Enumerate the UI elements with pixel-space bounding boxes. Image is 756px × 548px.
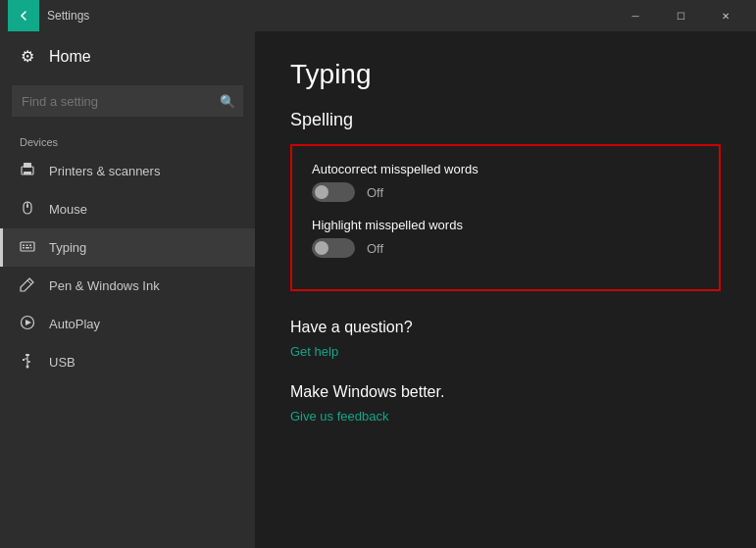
highlight-value: Off — [367, 241, 383, 256]
maximize-button[interactable]: ☐ — [658, 0, 703, 31]
autocorrect-toggle-thumb — [315, 185, 328, 199]
autocorrect-toggle-track[interactable] — [312, 182, 355, 202]
svg-rect-8 — [26, 245, 28, 247]
autoplay-icon — [20, 315, 35, 333]
svg-rect-1 — [24, 163, 31, 168]
svg-rect-10 — [23, 247, 25, 249]
svg-rect-16 — [25, 354, 29, 356]
window-controls: ─ ☐ ✕ — [613, 0, 748, 31]
highlight-label: Highlight misspelled words — [312, 218, 699, 232]
highlight-setting: Highlight misspelled words Off — [312, 218, 699, 258]
autocorrect-toggle[interactable] — [312, 182, 355, 202]
svg-rect-9 — [29, 245, 31, 247]
sidebar-item-pen[interactable]: Pen & Windows Ink — [0, 267, 255, 305]
typing-label: Typing — [49, 240, 86, 255]
pen-icon — [20, 276, 35, 295]
svg-marker-21 — [28, 361, 30, 363]
usb-icon — [20, 353, 35, 372]
main-layout: ⚙ Home 🔍 Devices Printers & scanners — [0, 31, 756, 548]
printers-label: Printers & scanners — [49, 164, 160, 178]
svg-rect-11 — [25, 247, 29, 249]
mouse-icon — [20, 200, 35, 219]
question-title: Have a question? — [290, 319, 721, 336]
typing-icon — [20, 238, 35, 257]
title-bar: Settings ─ ☐ ✕ — [0, 0, 756, 31]
sidebar-item-usb[interactable]: USB — [0, 343, 255, 381]
minimize-button[interactable]: ─ — [613, 0, 658, 31]
pen-label: Pen & Windows Ink — [49, 278, 160, 293]
highlight-toggle[interactable] — [312, 238, 355, 258]
make-better-title: Make Windows better. — [290, 383, 721, 401]
autocorrect-value: Off — [367, 185, 383, 200]
sidebar-section-label: Devices — [0, 128, 255, 152]
spelling-box: Autocorrect misspelled words Off Highlig… — [290, 144, 721, 291]
highlight-toggle-thumb — [315, 241, 328, 255]
highlight-toggle-row: Off — [312, 238, 699, 258]
usb-label: USB — [49, 355, 76, 370]
page-title: Typing — [290, 59, 721, 90]
window-title: Settings — [47, 9, 613, 23]
sidebar-item-home[interactable]: ⚙ Home — [0, 31, 255, 81]
svg-rect-6 — [21, 242, 34, 251]
autoplay-label: AutoPlay — [49, 317, 100, 331]
svg-rect-12 — [30, 247, 32, 249]
back-button[interactable] — [8, 0, 39, 31]
spelling-section-title: Spelling — [290, 110, 721, 130]
printers-icon — [20, 162, 35, 180]
mouse-label: Mouse — [49, 202, 87, 217]
question-section: Have a question? Get help — [290, 319, 721, 360]
sidebar: ⚙ Home 🔍 Devices Printers & scanners — [0, 31, 255, 548]
search-icon: 🔍 — [220, 94, 235, 109]
make-better-section: Make Windows better. Give us feedback — [290, 383, 721, 424]
home-icon: ⚙ — [20, 47, 35, 66]
content-area: Typing Spelling Autocorrect misspelled w… — [255, 31, 756, 548]
sidebar-item-autoplay[interactable]: AutoPlay — [0, 305, 255, 343]
search-box[interactable]: 🔍 — [12, 85, 243, 117]
svg-point-5 — [26, 205, 28, 208]
svg-line-13 — [27, 280, 31, 284]
svg-rect-19 — [23, 359, 25, 361]
sidebar-item-typing[interactable]: Typing — [0, 228, 255, 267]
close-button[interactable]: ✕ — [703, 0, 748, 31]
autocorrect-setting: Autocorrect misspelled words Off — [312, 162, 699, 202]
svg-rect-2 — [24, 172, 31, 174]
autocorrect-label: Autocorrect misspelled words — [312, 162, 699, 176]
home-label: Home — [49, 48, 91, 66]
feedback-link[interactable]: Give us feedback — [290, 409, 388, 423]
get-help-link[interactable]: Get help — [290, 344, 338, 359]
search-input[interactable] — [12, 85, 243, 117]
sidebar-item-mouse[interactable]: Mouse — [0, 190, 255, 228]
autocorrect-toggle-row: Off — [312, 182, 699, 202]
svg-point-22 — [26, 366, 29, 369]
svg-rect-7 — [23, 245, 25, 247]
highlight-toggle-track[interactable] — [312, 238, 355, 258]
svg-marker-15 — [25, 320, 31, 325]
sidebar-item-printers[interactable]: Printers & scanners — [0, 152, 255, 190]
